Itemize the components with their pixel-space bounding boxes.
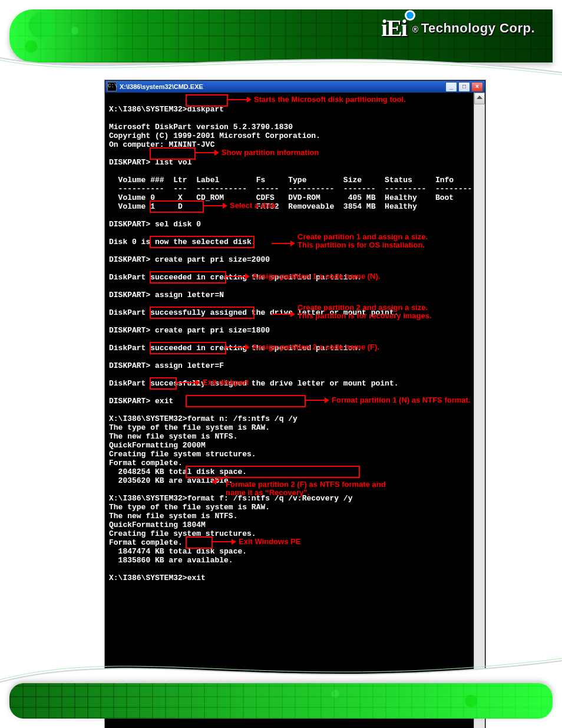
minimize-button[interactable]: _ xyxy=(445,82,457,92)
brand-logo: iEi xyxy=(381,14,406,42)
footer-circuit-banner xyxy=(9,683,553,719)
term-line: DiskPart successfully assigned the drive… xyxy=(109,308,398,317)
term-line: 1835860 KB are available. xyxy=(109,556,233,565)
brand-company: Technology Corp. xyxy=(421,21,535,36)
term-line: The new file system is NTFS. xyxy=(109,512,237,521)
term-line: X:\I386\SYSTEM32>format f: /fs:ntfs /q /… xyxy=(109,494,352,503)
anno-exitpe: Exit Windows PE xyxy=(213,537,300,546)
term-line: DiskPart succeeded in creating the speci… xyxy=(109,344,362,353)
anno-text: Starts the Microsoft disk partitioning t… xyxy=(254,95,406,104)
scrollbar[interactable] xyxy=(474,93,485,728)
anno-format1: Format partition 1 (N) as NTFS format. xyxy=(306,396,470,404)
brand-text: ® Technology Corp. xyxy=(412,21,535,36)
anno-listvol: Show partition information xyxy=(196,148,319,157)
term-line: Copyright (C) 1999-2001 Microsoft Corpor… xyxy=(109,131,320,140)
term-line: DiskPart successfully assigned the drive… xyxy=(109,379,398,388)
term-line: Volume 1 D FAT32 Removeable 3854 MB Heal… xyxy=(109,202,417,211)
anno-text: Exit Windows PE xyxy=(239,537,300,546)
term-line: Format complete. xyxy=(109,459,183,467)
term-line: Format complete. xyxy=(109,538,183,547)
svg-marker-7 xyxy=(290,241,295,246)
svg-marker-3 xyxy=(214,150,219,156)
term-line: QuickFormatting 2000M xyxy=(109,441,206,450)
term-line: DISKPART> create part pri size=1800 xyxy=(109,326,270,335)
cmd-icon: C:\ xyxy=(107,82,117,91)
term-line: DISKPART> create part pri size=2000 xyxy=(109,255,270,264)
term-line: The type of the file system is RAW. xyxy=(109,423,270,432)
titlebar[interactable]: C:\ X:\I386\system32\CMD.EXE _ □ × xyxy=(105,81,485,93)
term-line: QuickFormatting 1804M xyxy=(109,521,206,529)
term-line: DISKPART> assign letter=N xyxy=(109,291,224,299)
term-line: DISKPART> exit xyxy=(109,397,173,406)
term-line: DiskPart succeeded in creating the speci… xyxy=(109,273,362,282)
anno-text: Show partition information xyxy=(222,148,319,157)
term-line: DISKPART> list vol xyxy=(109,158,191,167)
cmd-window: C:\ X:\I386\system32\CMD.EXE _ □ × X:\I3… xyxy=(105,80,485,728)
svg-marker-21 xyxy=(232,539,236,545)
term-line: The new file system is NTFS. xyxy=(109,432,237,441)
swoosh-top xyxy=(0,52,562,81)
term-line: DISKPART> assign letter=F xyxy=(109,361,224,370)
term-line: X:\I386\SYSTEM32>exit xyxy=(109,574,206,582)
term-line: X:\I386\SYSTEM32>diskpart xyxy=(109,105,224,114)
term-line: Creating file system structures. xyxy=(109,450,256,459)
svg-marker-1 xyxy=(247,97,252,103)
term-line: X:\I386\SYSTEM32>format n: /fs:ntfs /q /… xyxy=(109,414,297,423)
term-line: The type of the file system is RAW. xyxy=(109,503,270,512)
page: iEi ® Technology Corp. C:\ X:\I386\syste… xyxy=(0,0,562,728)
registered-icon: ® xyxy=(412,25,419,34)
term-line: Creating file system structures. xyxy=(109,529,256,538)
arrow-format2 xyxy=(211,476,228,485)
brand: iEi ® Technology Corp. xyxy=(381,14,535,42)
hl-format1 xyxy=(186,395,306,407)
anno-text: Format partition 1 (N) as NTFS format. xyxy=(332,396,470,404)
svg-line-18 xyxy=(215,476,228,482)
term-line: Volume ### Ltr Label Fs Type Size Status… xyxy=(109,176,454,185)
term-line: 1847474 KB total disk space. xyxy=(109,547,247,556)
window-title: X:\I386\system32\CMD.EXE xyxy=(120,83,444,90)
anno-diskpart: Starts the Microsoft disk partitioning t… xyxy=(228,95,406,104)
anno-create1: Create partition 1 and assign a size. Th… xyxy=(272,233,428,249)
anno-text: Create partition 1 and assign a size. Th… xyxy=(297,233,428,249)
term-line: 2048254 KB total disk space. xyxy=(109,467,247,476)
scroll-up-icon[interactable] xyxy=(477,95,482,99)
svg-marker-17 xyxy=(325,397,329,403)
close-button[interactable]: × xyxy=(471,82,483,92)
maximize-button[interactable]: □ xyxy=(458,82,470,92)
svg-marker-19 xyxy=(211,479,216,485)
term-line: Microsoft DiskPart version 5.2.3790.1830 xyxy=(109,123,293,131)
term-line: DISKPART> sel disk 0 xyxy=(109,220,201,229)
term-line: Disk 0 is now the selected disk. xyxy=(109,238,256,246)
term-line: On computer: MININT-JVC xyxy=(109,140,214,149)
terminal[interactable]: X:\I386\SYSTEM32>diskpart Microsoft Disk… xyxy=(105,93,485,728)
term-line: ---------- --- ----------- ----- -------… xyxy=(109,185,472,193)
term-line: Volume 0 X CD_ROM CDFS DVD-ROM 405 MB He… xyxy=(109,193,454,202)
